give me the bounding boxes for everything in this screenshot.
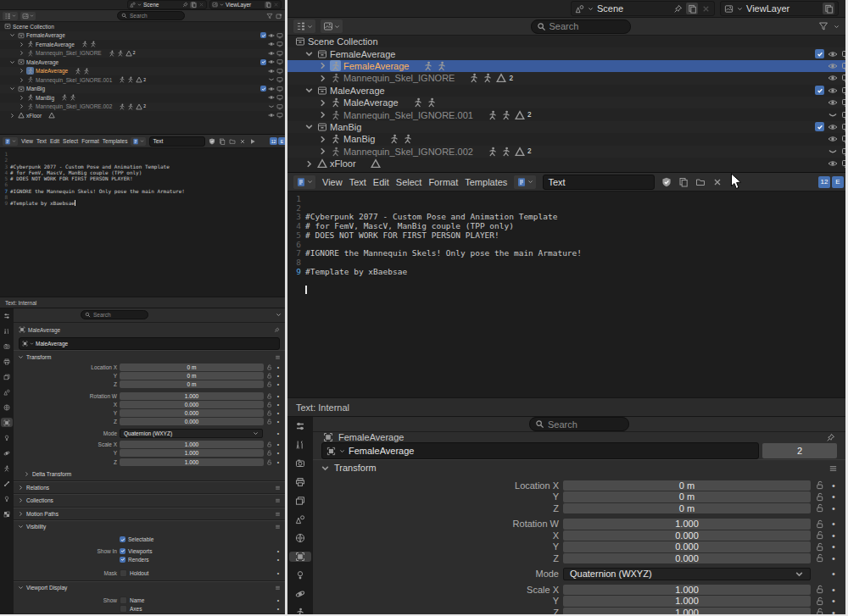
- new-text-icon[interactable]: [678, 177, 689, 187]
- editor-type-dropdown[interactable]: [1, 311, 13, 320]
- value-field[interactable]: 1.000: [120, 441, 264, 448]
- line-numbers-toggle[interactable]: 12: [270, 137, 277, 145]
- holdout-checkbox[interactable]: [120, 569, 127, 577]
- tab-object[interactable]: [1, 418, 13, 427]
- lock-icon[interactable]: [266, 441, 272, 447]
- object-name-field[interactable]: MaleAverage: [19, 337, 280, 350]
- value-field[interactable]: 1.000: [563, 519, 811, 530]
- viewport-display-panel-header[interactable]: Viewport Display: [14, 582, 285, 594]
- tab-constraints[interactable]: [289, 570, 311, 580]
- menu-view[interactable]: View: [322, 177, 343, 187]
- lock-icon[interactable]: [815, 480, 824, 490]
- new-collection-icon[interactable]: [276, 13, 282, 19]
- tab-tool[interactable]: [289, 440, 311, 450]
- outliner-row[interactable]: Mannequin_Skel_IGNORE.0022: [287, 146, 845, 158]
- filter-dropdown[interactable]: [321, 19, 343, 33]
- run-script-icon[interactable]: [249, 138, 256, 145]
- properties-search-input[interactable]: Search: [81, 310, 148, 319]
- tab-view-layer[interactable]: [1, 372, 13, 381]
- eye-closed-icon[interactable]: [828, 147, 838, 157]
- outliner-row[interactable]: xFloor: [287, 158, 845, 169]
- eye-icon[interactable]: [828, 73, 838, 83]
- tab-tool[interactable]: [1, 326, 13, 336]
- value-field[interactable]: 0 m: [120, 363, 264, 371]
- menu-text[interactable]: Text: [36, 138, 47, 144]
- outliner-row[interactable]: xFloor: [0, 111, 285, 120]
- value-field[interactable]: 1.000: [563, 596, 811, 607]
- outliner-row[interactable]: FemaleAverage: [0, 40, 285, 49]
- eye-closed-icon[interactable]: [828, 110, 838, 120]
- tab-physics[interactable]: [289, 589, 311, 599]
- fake-user-icon[interactable]: [209, 138, 215, 145]
- selectable-checkbox[interactable]: [120, 536, 126, 542]
- tab-output[interactable]: [289, 477, 311, 487]
- tab-view-layer[interactable]: [289, 496, 311, 506]
- screen-icon[interactable]: [276, 32, 283, 39]
- outliner-row[interactable]: FemaleAverage: [0, 31, 285, 41]
- outliner-row[interactable]: Mannequin_Skel_IGNORE.0012: [287, 108, 845, 120]
- text-editor-body[interactable]: 123456789 #Cyberpunk 2077 - Custom Pose …: [287, 191, 845, 397]
- outliner-row[interactable]: ManBig: [0, 85, 285, 94]
- menu-text[interactable]: Text: [349, 177, 366, 187]
- animate-dot[interactable]: •: [275, 570, 282, 576]
- search-input[interactable]: Search: [117, 11, 185, 20]
- viewlayer-selector[interactable]: ViewLayer: [720, 1, 839, 16]
- eye-icon[interactable]: [268, 32, 275, 39]
- value-field[interactable]: 1.000: [563, 585, 811, 596]
- lock-icon[interactable]: [815, 530, 824, 540]
- animate-dot[interactable]: •: [275, 381, 282, 387]
- eye-icon[interactable]: [268, 58, 275, 65]
- screen-icon[interactable]: [276, 86, 283, 92]
- animate-dot[interactable]: •: [828, 480, 839, 491]
- lock-icon[interactable]: [815, 503, 824, 513]
- transform-panel-header[interactable]: Transform: [14, 351, 285, 363]
- new-scene-button[interactable]: [190, 2, 197, 8]
- properties-search-input[interactable]: Search: [529, 417, 629, 431]
- value-field[interactable]: 0.000: [563, 541, 811, 552]
- screen-icon[interactable]: [276, 50, 283, 57]
- pin-icon[interactable]: [826, 433, 835, 442]
- value-field[interactable]: 0 m: [563, 491, 811, 502]
- text-name-field[interactable]: Text: [543, 175, 655, 190]
- show-name-checkbox[interactable]: [120, 597, 127, 604]
- animate-dot[interactable]: •: [828, 530, 839, 541]
- lock-icon[interactable]: [266, 393, 272, 399]
- tab-world[interactable]: [1, 402, 13, 412]
- lock-icon[interactable]: [815, 519, 824, 529]
- animate-dot[interactable]: •: [275, 364, 282, 370]
- menu-templates[interactable]: Templates: [465, 177, 507, 187]
- animate-dot[interactable]: •: [828, 491, 839, 502]
- tab-object-data[interactable]: [1, 463, 13, 473]
- eye-icon[interactable]: [268, 50, 275, 57]
- text-datablock-dropdown[interactable]: [131, 137, 146, 146]
- lock-icon[interactable]: [815, 553, 824, 563]
- checkbox[interactable]: [260, 86, 266, 92]
- eye-icon[interactable]: [828, 158, 838, 169]
- scene-name[interactable]: Scene: [143, 2, 181, 8]
- object-name-field[interactable]: FemaleAverage: [321, 442, 759, 459]
- menu-format[interactable]: Format: [81, 138, 99, 144]
- outliner-row[interactable]: Scene Collection: [0, 22, 285, 31]
- new-viewlayer-button[interactable]: [823, 3, 834, 14]
- animate-dot[interactable]: •: [828, 569, 839, 579]
- outliner-row-active[interactable]: MaleAverage: [0, 67, 285, 76]
- tab-constraints[interactable]: [1, 433, 13, 442]
- outliner-row[interactable]: Mannequin_Skel_IGNORE.0022: [0, 103, 285, 112]
- scene-selector[interactable]: Scene: [127, 0, 207, 9]
- renders-checkbox[interactable]: [120, 557, 126, 563]
- lock-icon[interactable]: [266, 450, 272, 456]
- animate-dot[interactable]: •: [828, 503, 839, 513]
- animate-dot[interactable]: •: [275, 450, 282, 456]
- tab-object-data[interactable]: [289, 608, 311, 614]
- animate-dot[interactable]: •: [275, 597, 282, 603]
- text-name-field[interactable]: Text: [149, 136, 205, 147]
- unlink-icon[interactable]: [712, 177, 722, 187]
- eye-icon[interactable]: [268, 112, 275, 119]
- tab-render[interactable]: [1, 341, 13, 351]
- open-text-icon[interactable]: [229, 138, 236, 145]
- animate-dot[interactable]: •: [828, 541, 839, 552]
- viewports-checkbox[interactable]: [120, 548, 126, 554]
- tab-scene[interactable]: [289, 514, 311, 524]
- checkbox[interactable]: [815, 122, 824, 131]
- animate-dot[interactable]: •: [275, 373, 282, 379]
